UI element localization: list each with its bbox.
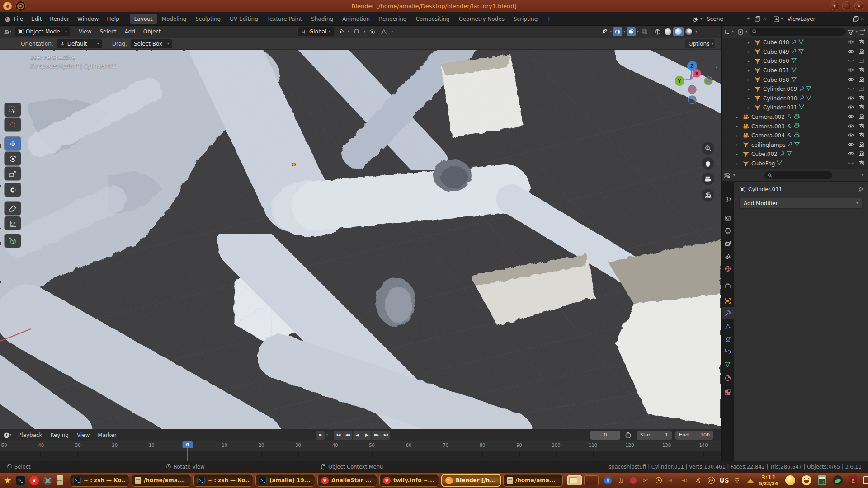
mesh-object-icon[interactable]: [754, 76, 761, 84]
shading-material-button[interactable]: [673, 27, 684, 36]
task-button[interactable]: AnalieStar ...: [317, 474, 377, 487]
animation-icon[interactable]: [787, 132, 792, 139]
breadcrumb-object-name[interactable]: Cylinder.011: [748, 186, 782, 192]
eye-open-icon[interactable]: [848, 123, 854, 130]
transport-button[interactable]: [353, 431, 362, 440]
chevron-down-icon[interactable]: ▾: [733, 174, 735, 177]
file-cabinet-launcher-icon[interactable]: [57, 475, 63, 485]
expand-arrow-icon[interactable]: ▸: [736, 152, 741, 156]
tool-select-box[interactable]: [5, 103, 21, 117]
dictionary-icon[interactable]: a: [849, 475, 857, 485]
add-modifier-button[interactable]: Add Modifier ▾: [739, 198, 863, 209]
object-name[interactable]: Cylinder.010: [763, 95, 797, 102]
expand-arrow-icon[interactable]: ▸: [736, 115, 741, 119]
mesh-object-icon[interactable]: [742, 160, 750, 167]
viewport-scene[interactable]: [0, 50, 721, 429]
render-enabled-icon[interactable]: [859, 39, 864, 46]
properties-tab-object-data[interactable]: [722, 359, 734, 371]
modifier-wrench-icon[interactable]: [779, 151, 785, 158]
outliner-row[interactable]: ▸ Cube.051: [722, 66, 868, 75]
mesh-object-icon[interactable]: [754, 67, 761, 74]
animation-icon[interactable]: [787, 114, 792, 120]
expand-arrow-icon[interactable]: ▸: [736, 134, 741, 138]
mesh-data-icon[interactable]: [777, 160, 782, 167]
chevron-down-icon[interactable]: ▾: [391, 30, 393, 33]
timeline-menu-item[interactable]: Keying: [47, 430, 73, 440]
chevron-down-icon[interactable]: ▾: [637, 30, 639, 33]
menu-item[interactable]: File: [10, 14, 27, 24]
mesh-data-icon[interactable]: [791, 67, 797, 74]
render-enabled-icon[interactable]: [859, 95, 864, 102]
outliner-search-field[interactable]: [749, 28, 846, 36]
task-button[interactable]: /home/ama...: [503, 474, 563, 487]
filter-funnel-icon[interactable]: [848, 28, 854, 35]
object-name[interactable]: Cube.002: [751, 151, 778, 157]
window-button[interactable]: [830, 1, 839, 10]
drag-setting-dropdown[interactable]: Select Box ▾: [131, 39, 172, 48]
properties-tab-world[interactable]: [722, 263, 734, 275]
mesh-object-icon[interactable]: [742, 141, 750, 149]
object-name[interactable]: Camera.004: [751, 132, 785, 139]
eye-open-icon[interactable]: [848, 151, 854, 157]
editor-type-icon[interactable]: [3, 28, 9, 35]
camera-view-button[interactable]: [702, 173, 714, 185]
new-scene-icon[interactable]: [755, 16, 761, 22]
outliner-row[interactable]: ▸ Cylinder.011: [722, 103, 868, 113]
expand-arrow-icon[interactable]: ▸: [748, 78, 752, 82]
transport-button[interactable]: [381, 431, 390, 440]
properties-tab-object[interactable]: [722, 295, 734, 307]
mesh-object-icon[interactable]: [754, 57, 761, 65]
shading-wireframe-button[interactable]: [652, 27, 663, 36]
chevron-down-icon[interactable]: ▾: [732, 30, 734, 33]
render-enabled-icon[interactable]: [859, 160, 864, 167]
toggle-grid-button[interactable]: [702, 189, 714, 202]
xray-toggle-button[interactable]: [640, 27, 649, 36]
workspace-tab[interactable]: Modeling: [157, 14, 191, 24]
transport-button[interactable]: [334, 431, 343, 440]
task-button[interactable]: ~ : zsh — Ko...: [193, 474, 253, 487]
mesh-object-icon[interactable]: [754, 48, 761, 56]
workspace-tab[interactable]: Animation: [338, 14, 374, 24]
timeline-ruler[interactable]: › -50-40-30-20-1001020304050607080901001…: [0, 441, 721, 451]
konsole-launcher-icon[interactable]: [16, 476, 25, 485]
properties-tab-collection[interactable]: [722, 280, 734, 291]
render-enabled-icon[interactable]: [859, 49, 864, 55]
properties-tab-scene[interactable]: [722, 250, 734, 262]
eye-open-icon[interactable]: [848, 39, 854, 46]
remove-viewlayer-icon[interactable]: ✕: [861, 16, 864, 21]
camera-object-icon[interactable]: [742, 123, 750, 130]
shading-rendered-button[interactable]: [684, 27, 694, 36]
proportional-editing-button[interactable]: [368, 27, 377, 36]
eye-open-icon[interactable]: [848, 77, 854, 83]
eye-open-icon[interactable]: [848, 132, 854, 139]
expand-arrow-icon[interactable]: ▸: [748, 106, 752, 110]
mesh-object-icon[interactable]: [754, 85, 761, 93]
pivot-point-button[interactable]: [336, 27, 345, 36]
object-name[interactable]: Cube.049: [763, 49, 789, 55]
music-tray-icon[interactable]: ♫: [617, 476, 625, 484]
camera-data-icon[interactable]: [794, 123, 800, 130]
properties-tab-render[interactable]: [722, 212, 734, 224]
calculator-icon[interactable]: [818, 475, 826, 485]
mesh-object-icon[interactable]: [742, 150, 750, 158]
modifier-wrench-icon[interactable]: [787, 141, 793, 148]
workspace-tab[interactable]: Compositing: [411, 14, 454, 24]
mesh-object-icon[interactable]: [754, 104, 761, 111]
render-enabled-icon[interactable]: [859, 114, 864, 120]
chevron-down-icon[interactable]: ▾: [856, 30, 858, 33]
menu-item[interactable]: Window: [73, 14, 103, 24]
outliner-row[interactable]: ▸ Cube.058: [722, 75, 868, 84]
current-frame-field[interactable]: 0: [590, 431, 620, 440]
menu-item[interactable]: Help: [103, 14, 123, 24]
mesh-data-icon[interactable]: [806, 86, 811, 92]
camera-object-icon[interactable]: [742, 113, 750, 121]
clipboard-scissors-icon[interactable]: ✂: [642, 476, 650, 484]
properties-tab-physics[interactable]: [722, 333, 734, 345]
tool-move[interactable]: [5, 137, 21, 150]
tool-scale[interactable]: [5, 167, 21, 180]
render-enabled-icon[interactable]: [859, 151, 864, 157]
object-name[interactable]: Camera.003: [751, 123, 785, 130]
outliner-row[interactable]: ▸ Cylinder.009: [722, 84, 868, 94]
render-disabled-icon[interactable]: [859, 58, 864, 64]
timeline-editor-icon[interactable]: [3, 432, 9, 438]
